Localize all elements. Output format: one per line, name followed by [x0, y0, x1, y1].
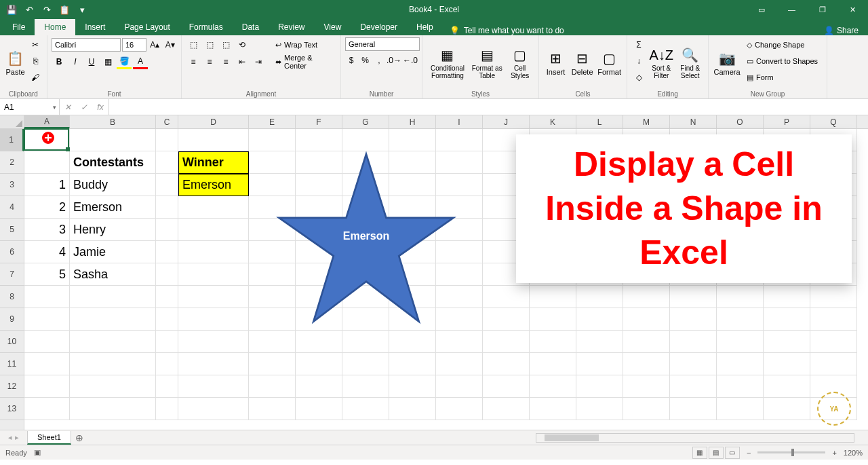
sheet-tab-sheet1[interactable]: Sheet1 — [27, 431, 71, 445]
orientation-icon[interactable]: ⟲ — [235, 37, 250, 52]
cell-O12[interactable] — [717, 375, 764, 398]
col-header-G[interactable]: G — [342, 115, 389, 128]
increase-indent-icon[interactable]: ⇥ — [251, 54, 266, 69]
row-header-12[interactable]: 12 — [0, 375, 24, 398]
cell-B13[interactable] — [70, 398, 156, 420]
cell-J8[interactable] — [483, 286, 530, 308]
cell-D9[interactable] — [178, 308, 249, 331]
cell-I10[interactable] — [436, 331, 483, 353]
cell-G11[interactable] — [342, 353, 389, 375]
font-color-icon[interactable]: A — [133, 54, 148, 69]
cut-icon[interactable]: ✂ — [28, 37, 43, 52]
cell-P12[interactable] — [764, 375, 810, 398]
row-header-6[interactable]: 6 — [0, 241, 24, 263]
cell-A6[interactable]: 4 — [24, 241, 70, 263]
cancel-formula-icon[interactable]: ✕ — [60, 99, 76, 115]
cell-A8[interactable] — [24, 286, 70, 308]
cell-N9[interactable] — [670, 308, 717, 331]
undo-icon[interactable]: ↶ — [22, 2, 37, 17]
cell-N11[interactable] — [670, 353, 717, 375]
cell-C5[interactable] — [156, 219, 178, 241]
cell-D12[interactable] — [178, 375, 249, 398]
row-header-7[interactable]: 7 — [0, 263, 24, 286]
page-layout-icon[interactable]: ▤ — [709, 447, 724, 459]
change-shape-button[interactable]: ◇Change Shape — [743, 37, 822, 52]
col-header-A[interactable]: A — [24, 115, 70, 128]
col-header-B[interactable]: B — [70, 115, 156, 128]
cell-E12[interactable] — [249, 375, 296, 398]
ribbon-options-icon[interactable]: ▭ — [746, 0, 776, 19]
cell-E10[interactable] — [249, 331, 296, 353]
conditional-formatting-button[interactable]: ▦Conditional Formatting — [427, 37, 469, 89]
cell-D8[interactable] — [178, 286, 249, 308]
cell-B2[interactable]: Contestants — [70, 151, 156, 174]
cell-E11[interactable] — [249, 353, 296, 375]
cell-B3[interactable]: Buddy — [70, 174, 156, 196]
cell-A3[interactable]: 1 — [24, 174, 70, 196]
cell-D10[interactable] — [178, 331, 249, 353]
increase-decimal-icon[interactable]: .0→ — [387, 53, 401, 68]
row-header-1[interactable]: 1 — [0, 129, 24, 151]
col-header-F[interactable]: F — [296, 115, 342, 128]
tab-file[interactable]: File — [3, 19, 35, 35]
row-header-4[interactable]: 4 — [0, 196, 24, 219]
border-icon[interactable]: ▦ — [100, 54, 115, 69]
format-painter-icon[interactable]: 🖌 — [28, 70, 43, 85]
fill-color-icon[interactable]: 🪣 — [117, 54, 132, 69]
minimize-icon[interactable]: — — [776, 0, 807, 19]
cell-O9[interactable] — [717, 308, 764, 331]
cell-J10[interactable] — [483, 331, 530, 353]
col-header-Q[interactable]: Q — [810, 115, 857, 128]
cell-J13[interactable] — [483, 398, 530, 420]
cell-C9[interactable] — [156, 308, 178, 331]
fill-icon[interactable]: ↓ — [631, 54, 646, 69]
cell-F13[interactable] — [296, 398, 342, 420]
zoom-out-icon[interactable]: − — [747, 449, 751, 457]
col-header-N[interactable]: N — [670, 115, 717, 128]
cell-K10[interactable] — [530, 331, 576, 353]
share-button[interactable]: 👤Share — [814, 26, 868, 35]
col-header-H[interactable]: H — [389, 115, 436, 128]
tab-formulas[interactable]: Formulas — [180, 19, 233, 35]
cell-K11[interactable] — [530, 353, 576, 375]
star-shape[interactable]: Emerson — [262, 149, 471, 331]
cell-G12[interactable] — [342, 375, 389, 398]
comma-icon[interactable]: , — [373, 53, 385, 68]
cell-C6[interactable] — [156, 241, 178, 263]
cell-A7[interactable]: 5 — [24, 263, 70, 286]
tab-home[interactable]: Home — [35, 19, 75, 35]
align-top-icon[interactable]: ⬚ — [186, 37, 201, 52]
cell-M13[interactable] — [623, 398, 670, 420]
cell-N13[interactable] — [670, 398, 717, 420]
font-size-select[interactable] — [122, 38, 146, 52]
cell-L10[interactable] — [576, 331, 623, 353]
cell-C12[interactable] — [156, 375, 178, 398]
find-select-button[interactable]: 🔍Find & Select — [677, 37, 705, 89]
cell-C13[interactable] — [156, 398, 178, 420]
col-header-I[interactable]: I — [436, 115, 483, 128]
cell-C7[interactable] — [156, 263, 178, 286]
decrease-decimal-icon[interactable]: ←.0 — [403, 53, 418, 68]
cell-P11[interactable] — [764, 353, 810, 375]
row-header-8[interactable]: 8 — [0, 286, 24, 308]
cell-H12[interactable] — [389, 375, 436, 398]
camera-button[interactable]: 📷Camera — [713, 37, 741, 89]
cell-B6[interactable]: Jamie — [70, 241, 156, 263]
tab-page-layout[interactable]: Page Layout — [115, 19, 179, 35]
cell-N8[interactable] — [670, 286, 717, 308]
tab-data[interactable]: Data — [233, 19, 269, 35]
align-left-icon[interactable]: ≡ — [186, 54, 201, 69]
cell-L13[interactable] — [576, 398, 623, 420]
merge-center-button[interactable]: ⬌Merge & Center — [271, 54, 336, 69]
col-header-P[interactable]: P — [764, 115, 810, 128]
cell-H11[interactable] — [389, 353, 436, 375]
cell-L8[interactable] — [576, 286, 623, 308]
cell-Q11[interactable] — [810, 353, 857, 375]
cell-M8[interactable] — [623, 286, 670, 308]
cell-styles-button[interactable]: ▢Cell Styles — [505, 37, 534, 89]
cell-I12[interactable] — [436, 375, 483, 398]
row-header-2[interactable]: 2 — [0, 151, 24, 174]
italic-button[interactable]: I — [68, 54, 83, 69]
format-cells-button[interactable]: ▢Format — [596, 37, 623, 89]
cell-H13[interactable] — [389, 398, 436, 420]
